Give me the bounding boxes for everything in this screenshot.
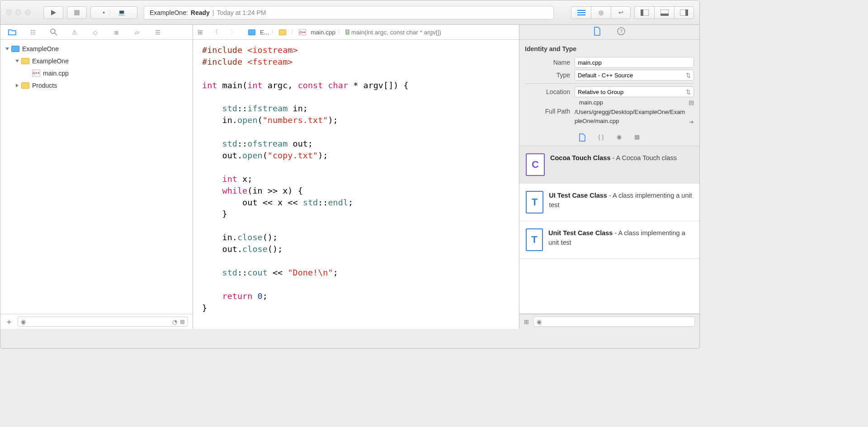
- assistant-editor[interactable]: ◎: [591, 6, 611, 19]
- library-list[interactable]: CCocoa Touch Class - A Cocoa Touch class…: [519, 146, 699, 314]
- symbol-navigator-tab[interactable]: ☷: [28, 28, 38, 37]
- navigator-filter[interactable]: ◉ ◔ ⊠: [18, 317, 188, 327]
- folder-icon: [21, 58, 29, 64]
- tree-project-root[interactable]: ExampleOne: [0, 43, 193, 55]
- find-navigator-tab[interactable]: [49, 28, 58, 37]
- tree-file-main[interactable]: C++ main.cpp: [0, 67, 193, 79]
- search-icon: [50, 28, 57, 36]
- location-select[interactable]: Relative to Group ⇅: [575, 86, 694, 97]
- breakpoint-navigator-tab[interactable]: ▱: [132, 28, 142, 37]
- library-item-text: Unit Test Case Class - A class implement…: [548, 228, 693, 251]
- tree-folder-products[interactable]: Products: [0, 79, 193, 91]
- status-state: Ready: [191, 9, 210, 16]
- location-file-row: main.cpp ▤: [525, 99, 694, 106]
- folder-icon[interactable]: ▤: [689, 99, 694, 106]
- run-button[interactable]: [43, 6, 63, 19]
- status-project: ExampleOne:: [150, 9, 188, 16]
- navigator-tabs: ☷ ⚠ ◇ ≣ ▱ ☰: [0, 25, 193, 40]
- svg-point-8: [51, 29, 55, 33]
- project-icon: [248, 29, 255, 35]
- right-panel-icon: [680, 9, 688, 16]
- jump-project[interactable]: E...: [260, 29, 269, 36]
- section-heading: Identity and Type: [525, 43, 694, 55]
- library-item[interactable]: TUnit Test Case Class - A class implemen…: [519, 221, 699, 259]
- folder-icon: [21, 82, 29, 89]
- toggle-navigator[interactable]: [634, 6, 654, 19]
- inspector-tabs: ?: [519, 25, 699, 40]
- stop-icon: [74, 10, 80, 15]
- status-time: Today at 1:24 PM: [217, 9, 266, 16]
- jump-symbol[interactable]: main(int argc, const char * argv[]): [351, 29, 441, 36]
- minimize-window[interactable]: [15, 9, 21, 15]
- disclosure-triangle-icon[interactable]: [16, 84, 19, 87]
- cpp-file-icon: C++: [299, 29, 306, 35]
- svg-text:?: ?: [620, 28, 623, 34]
- chevron-updown-icon: ⇅: [686, 72, 691, 79]
- fullpath-label: Full Path: [525, 108, 575, 115]
- chevron-updown-icon: ⇅: [686, 89, 691, 95]
- file-label: main.cpp: [43, 70, 69, 77]
- object-library-tab[interactable]: ◉: [617, 133, 622, 143]
- zoom-window[interactable]: [25, 9, 31, 15]
- library-tabs: { } ◉ ▦: [519, 131, 699, 146]
- activity-status: ExampleOne: Ready | Today at 1:24 PM: [144, 6, 554, 19]
- navigator-pane: ☷ ⚠ ◇ ≣ ▱ ☰ ExampleOne ExampleOne C++: [0, 25, 193, 329]
- issue-navigator-tab[interactable]: ⚠: [70, 28, 79, 37]
- products-label: Products: [32, 82, 57, 89]
- related-items-icon[interactable]: ⊞: [198, 28, 203, 36]
- jump-bar[interactable]: ⊞ 〈 〉 E... 〉 〉 C++ main.cpp 〉 f main(int…: [193, 25, 519, 40]
- back-button[interactable]: 〈: [212, 28, 218, 36]
- version-editor[interactable]: ↩: [611, 6, 631, 19]
- terminal-icon: ▪: [103, 9, 105, 16]
- fullpath-value: /Users/greggj/Desktop/ExampleOne/Example…: [575, 108, 685, 125]
- standard-editor[interactable]: [571, 6, 591, 19]
- inspector-pane: ? Identity and Type Name main.cpp Type D…: [519, 25, 699, 329]
- add-button[interactable]: ＋: [5, 316, 13, 327]
- stop-button[interactable]: [67, 6, 87, 19]
- scheme-selector[interactable]: ▪ 〉 💻: [90, 6, 137, 19]
- device-icon: 💻: [118, 9, 125, 16]
- reveal-arrow-icon[interactable]: ➔: [689, 119, 694, 125]
- grid-view-icon[interactable]: ⊞: [524, 318, 529, 325]
- jump-file[interactable]: main.cpp: [311, 29, 335, 36]
- code-snippet-library-tab[interactable]: { }: [598, 133, 604, 143]
- inspector-footer: ⊞ ◉: [519, 314, 699, 329]
- close-window[interactable]: [6, 9, 12, 15]
- type-label: Type: [525, 71, 575, 79]
- library-item[interactable]: TUI Test Case Class - A class implementi…: [519, 184, 699, 221]
- play-icon: [50, 9, 57, 16]
- identity-section: Identity and Type Name main.cpp Type Def…: [519, 40, 699, 131]
- media-library-tab[interactable]: ▦: [634, 133, 640, 143]
- code-editor[interactable]: #include <iostream> #include <fstream> i…: [193, 40, 519, 329]
- disclosure-triangle-icon[interactable]: [5, 47, 9, 50]
- function-icon: f: [345, 29, 349, 35]
- quick-help-tab[interactable]: ?: [617, 27, 625, 37]
- toggle-inspector[interactable]: [674, 6, 694, 19]
- file-template-library-tab[interactable]: [579, 133, 585, 143]
- template-icon: T: [526, 228, 543, 251]
- location-label: Location: [525, 88, 575, 95]
- forward-button[interactable]: 〉: [230, 28, 236, 36]
- name-field[interactable]: main.cpp: [575, 57, 694, 68]
- scm-icon: ⊠: [180, 318, 185, 325]
- folder-label: ExampleOne: [32, 57, 69, 65]
- toggle-debug-area[interactable]: [654, 6, 674, 19]
- cpp-file-icon: C++: [32, 70, 40, 77]
- lines-icon: [577, 9, 585, 16]
- file-inspector-tab[interactable]: [594, 27, 601, 38]
- left-panel-icon: [641, 9, 649, 16]
- library-item[interactable]: CCocoa Touch Class - A Cocoa Touch class: [519, 146, 699, 184]
- project-navigator-tab[interactable]: [8, 28, 17, 37]
- debug-navigator-tab[interactable]: ≣: [112, 28, 121, 37]
- library-item-text: Cocoa Touch Class - A Cocoa Touch class: [550, 153, 677, 176]
- name-label: Name: [525, 59, 575, 66]
- navigator-footer: ＋ ◉ ◔ ⊠: [0, 314, 193, 329]
- type-select[interactable]: Default - C++ Source ⇅: [575, 70, 694, 81]
- library-filter[interactable]: ◉: [533, 317, 695, 327]
- folder-icon: [8, 28, 16, 36]
- disclosure-triangle-icon[interactable]: [15, 60, 19, 62]
- test-navigator-tab[interactable]: ◇: [91, 28, 100, 37]
- main-area: ☷ ⚠ ◇ ≣ ▱ ☰ ExampleOne ExampleOne C++: [0, 25, 699, 329]
- tree-folder[interactable]: ExampleOne: [0, 55, 193, 67]
- report-navigator-tab[interactable]: ☰: [153, 28, 162, 37]
